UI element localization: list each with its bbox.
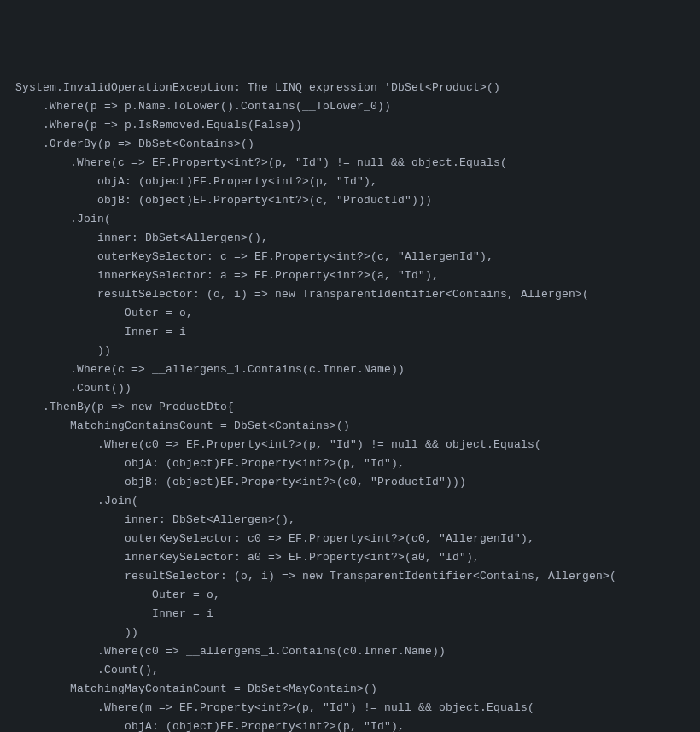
code-line: MatchingMayContainCount = DbSet<MayConta…: [15, 682, 377, 695]
code-line: outerKeySelector: c => EF.Property<int?>…: [15, 250, 493, 263]
code-line: System.InvalidOperationException: The LI…: [15, 81, 500, 94]
code-line: .Where(c0 => __allergens_1.Contains(c0.I…: [15, 645, 446, 658]
code-line: resultSelector: (o, i) => new Transparen…: [15, 570, 616, 583]
code-line: .Join(: [15, 495, 138, 507]
code-line: )): [15, 344, 111, 357]
code-line: Inner = i: [15, 325, 186, 338]
code-line: objB: (object)EF.Property<int?>(c, "Prod…: [15, 194, 432, 207]
code-line: .Where(c0 => EF.Property<int?>(p, "Id") …: [15, 438, 541, 451]
code-line: innerKeySelector: a => EF.Property<int?>…: [15, 269, 439, 282]
code-line: Outer = o,: [15, 307, 193, 319]
code-line: inner: DbSet<Allergen>(),: [15, 513, 295, 526]
code-line: objA: (object)EF.Property<int?>(p, "Id")…: [15, 457, 405, 470]
code-line: .Where(m => EF.Property<int?>(p, "Id") !…: [15, 701, 534, 714]
code-line: MatchingContainsCount = DbSet<Contains>(…: [15, 419, 350, 432]
code-line: .Where(p => p.IsRemoved.Equals(False)): [15, 119, 302, 132]
code-line: .ThenBy(p => new ProductDto{: [15, 401, 234, 413]
code-line: innerKeySelector: a0 => EF.Property<int?…: [15, 551, 480, 564]
code-line: inner: DbSet<Allergen>(),: [15, 231, 268, 244]
code-line: .Where(p => p.Name.ToLower().Contains(__…: [15, 100, 391, 113]
code-line: .Count(),: [15, 664, 159, 676]
code-line: objB: (object)EF.Property<int?>(c0, "Pro…: [15, 476, 466, 489]
code-line: .Where(c => __allergens_1.Contains(c.Inn…: [15, 363, 405, 376]
code-line: outerKeySelector: c0 => EF.Property<int?…: [15, 532, 534, 545]
code-line: .Count()): [15, 382, 131, 395]
code-line: objA: (object)EF.Property<int?>(p, "Id")…: [15, 175, 377, 188]
code-line: .Where(c => EF.Property<int?>(p, "Id") !…: [15, 156, 507, 169]
code-block: System.InvalidOperationException: The LI…: [15, 79, 685, 732]
code-line: .OrderBy(p => DbSet<Contains>(): [15, 138, 254, 150]
code-line: Outer = o,: [15, 589, 220, 601]
code-line: Inner = i: [15, 607, 213, 620]
code-line: .Join(: [15, 213, 111, 225]
code-line: )): [15, 626, 138, 639]
code-line: objA: (object)EF.Property<int?>(p, "Id")…: [15, 720, 405, 732]
code-line: resultSelector: (o, i) => new Transparen…: [15, 288, 589, 301]
